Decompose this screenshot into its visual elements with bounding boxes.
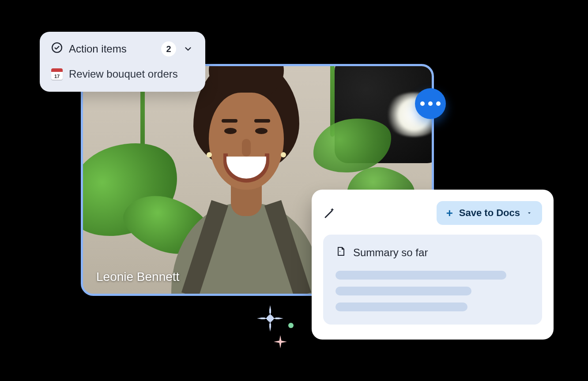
magic-wand-icon bbox=[323, 206, 336, 220]
dot-icon bbox=[420, 101, 425, 106]
action-items-title: Action items bbox=[69, 43, 127, 55]
summary-placeholder-line bbox=[335, 303, 467, 311]
calendar-icon bbox=[51, 68, 63, 80]
more-options-button[interactable] bbox=[415, 88, 446, 119]
check-circle-icon bbox=[51, 42, 63, 56]
plus-icon: + bbox=[446, 207, 453, 219]
summary-section-title: Summary so far bbox=[353, 247, 428, 259]
action-items-count-badge: 2 bbox=[161, 41, 176, 56]
dot-icon bbox=[436, 101, 441, 106]
sparkle-dot-icon bbox=[288, 323, 294, 328]
save-to-docs-button[interactable]: + Save to Docs bbox=[437, 201, 542, 225]
action-items-card: Action items 2 Review bouquet orders bbox=[40, 32, 205, 92]
document-icon bbox=[335, 246, 346, 259]
action-item-label: Review bouquet orders bbox=[69, 68, 178, 80]
sparkle-icon bbox=[274, 335, 287, 348]
dropdown-caret-icon[interactable] bbox=[526, 210, 532, 216]
summary-body: Summary so far bbox=[323, 235, 542, 325]
summary-placeholder-line bbox=[335, 287, 471, 295]
participant-figure bbox=[167, 64, 326, 296]
chevron-down-icon[interactable] bbox=[182, 43, 194, 55]
summary-placeholder-line bbox=[335, 271, 506, 280]
dot-icon bbox=[428, 101, 433, 106]
participant-name-label: Leonie Bennett bbox=[96, 270, 179, 284]
action-item-row[interactable]: Review bouquet orders bbox=[51, 68, 194, 80]
summary-card: + Save to Docs Summary so far bbox=[312, 190, 554, 340]
sparkle-icon bbox=[257, 305, 283, 332]
save-to-docs-label: Save to Docs bbox=[459, 207, 520, 219]
svg-point-1 bbox=[339, 251, 340, 252]
